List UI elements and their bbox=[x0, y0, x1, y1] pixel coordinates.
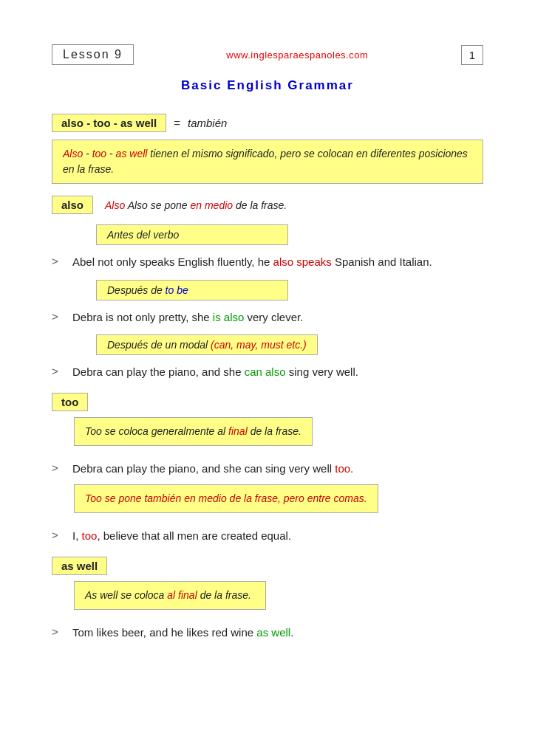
lesson-label: Lesson 9 bbox=[52, 44, 134, 65]
also-ex3-pre: Debra can play the piano, and she bbox=[72, 365, 245, 378]
too-header-row: too bbox=[52, 393, 483, 411]
also-ex1-red: also speaks bbox=[273, 255, 332, 268]
main-info-box: Also - too - as well tienen el mismo sig… bbox=[52, 140, 483, 184]
aswell-infobox-pre: As well se coloca bbox=[85, 589, 167, 601]
too-section: too Too se coloca generalmente al final … bbox=[52, 393, 483, 545]
arrow5: > bbox=[52, 529, 64, 541]
info-too: too bbox=[92, 148, 106, 159]
aswell-ex1-green: as well bbox=[256, 626, 290, 639]
aswell-ex1-pre: Tom likes beer, and he likes red wine bbox=[72, 626, 256, 639]
info-aswell: as well bbox=[116, 148, 148, 159]
also-subbox1: Antes del verbo bbox=[96, 224, 288, 245]
too-ex2-red: too bbox=[82, 529, 98, 542]
info-also: Also bbox=[63, 148, 83, 159]
also-ex2-pre: Debra is not only pretty, she bbox=[72, 311, 213, 323]
aswell-ex1-end: . bbox=[290, 626, 293, 639]
aswell-section: as well As well se coloca al final de la… bbox=[52, 557, 483, 642]
too-ex1-red: too bbox=[335, 462, 350, 475]
also-keyword-box: also bbox=[52, 196, 93, 214]
also-ex1-text: Abel not only speaks English fluently, h… bbox=[72, 254, 432, 271]
arrow1: > bbox=[52, 255, 64, 267]
equals-sign: = bbox=[174, 117, 180, 129]
also-intro-text: Also se pone bbox=[128, 199, 191, 211]
also-ex1-end: Spanish and Italian. bbox=[332, 255, 432, 268]
too-ex1-end: . bbox=[350, 462, 353, 475]
also-intro-end: de la frase. bbox=[233, 199, 287, 211]
also-ex2-end: very clever. bbox=[244, 311, 303, 323]
also-example1: > Abel not only speaks English fluently,… bbox=[52, 254, 483, 271]
too-ex1-pre: Debra can play the piano, and she can si… bbox=[72, 462, 335, 475]
also-ex3-text: Debra can play the piano, and she can al… bbox=[72, 364, 358, 381]
also-subbox2-pre: Después de bbox=[107, 284, 166, 296]
info-dash1: - bbox=[83, 148, 92, 159]
also-subbox3: Después de un modal (can, may, must etc.… bbox=[96, 334, 318, 355]
header: Lesson 9 www.inglesparaespanoles.com 1 bbox=[52, 44, 483, 65]
too-ex1-text: Debra can play the piano, and she can si… bbox=[72, 461, 353, 478]
too-example2: > I, too, believe that all men are creat… bbox=[52, 528, 483, 545]
arrow6: > bbox=[52, 625, 64, 638]
too-ex2-pre: I, bbox=[72, 529, 82, 542]
also-example3: > Debra can play the piano, and she can … bbox=[52, 364, 483, 381]
also-subbox2-blue: to be bbox=[166, 284, 188, 296]
also-intro-red: en medio bbox=[190, 199, 233, 211]
main-definition-row: also - too - as well = también bbox=[52, 114, 483, 132]
info-dash2: - bbox=[106, 148, 115, 159]
also-subbox3-pre: Después de un modal bbox=[107, 339, 211, 351]
too-example1: > Debra can play the piano, and she can … bbox=[52, 461, 483, 478]
too-infobox1-pre: Too se coloca generalmente al bbox=[85, 425, 228, 437]
also-ex3-green: can also bbox=[245, 365, 286, 378]
aswell-infobox: As well se coloca al final de la frase. bbox=[74, 581, 266, 610]
also-section: also Also Also se pone en medio de la fr… bbox=[52, 196, 483, 381]
too-ex2-text: I, too, believe that all men are created… bbox=[72, 528, 291, 545]
too-infobox2: Too se pone también en medio de la frase… bbox=[74, 484, 378, 513]
too-infobox1-red: final bbox=[228, 425, 248, 437]
also-ex2-green: is also bbox=[213, 311, 245, 323]
arrow4: > bbox=[52, 461, 64, 474]
aswell-example1: > Tom likes beer, and he likes red wine … bbox=[52, 625, 483, 642]
aswell-infobox-red: al final bbox=[167, 589, 197, 601]
website-text: www.inglesparaespanoles.com bbox=[226, 49, 368, 61]
also-ex1-pre: Abel not only speaks English fluently, h… bbox=[72, 255, 273, 268]
page-number: 1 bbox=[461, 45, 483, 65]
aswell-header-row: as well bbox=[52, 557, 483, 575]
also-subbox3-red: (can, may, must etc.) bbox=[211, 339, 307, 351]
main-keyword-section: also - too - as well = también Also - to… bbox=[52, 114, 483, 184]
aswell-ex1-text: Tom likes beer, and he likes red wine as… bbox=[72, 625, 293, 642]
too-infobox2-text: Too se pone también en medio de la frase… bbox=[85, 492, 367, 504]
also-header-row: also Also Also se pone en medio de la fr… bbox=[52, 196, 483, 214]
also-example2: > Debra is not only pretty, she is also … bbox=[52, 309, 483, 326]
page-title: Basic English Grammar bbox=[52, 78, 483, 93]
aswell-keyword-box: as well bbox=[52, 557, 107, 575]
too-ex2-end: , believe that all men are created equal… bbox=[97, 529, 291, 542]
also-intro-also: Also bbox=[105, 199, 125, 211]
also-subbox2: Después de to be bbox=[96, 280, 288, 300]
too-infobox1-end: de la frase. bbox=[248, 425, 301, 437]
also-intro: Also Also se pone en medio de la frase. bbox=[105, 199, 287, 211]
arrow2: > bbox=[52, 310, 64, 323]
also-ex3-end: sing very well. bbox=[286, 365, 358, 378]
too-infobox1: Too se coloca generalmente al final de l… bbox=[74, 417, 313, 446]
arrow3: > bbox=[52, 365, 64, 377]
also-ex2-text: Debra is not only pretty, she is also ve… bbox=[72, 309, 303, 326]
too-keyword-box: too bbox=[52, 393, 88, 411]
main-keyword-box: also - too - as well bbox=[52, 114, 166, 132]
aswell-infobox-end: de la frase. bbox=[197, 589, 251, 601]
main-definition: también bbox=[188, 117, 227, 129]
too-infobox2-content: Too se pone también en medio de la frase… bbox=[85, 492, 367, 504]
